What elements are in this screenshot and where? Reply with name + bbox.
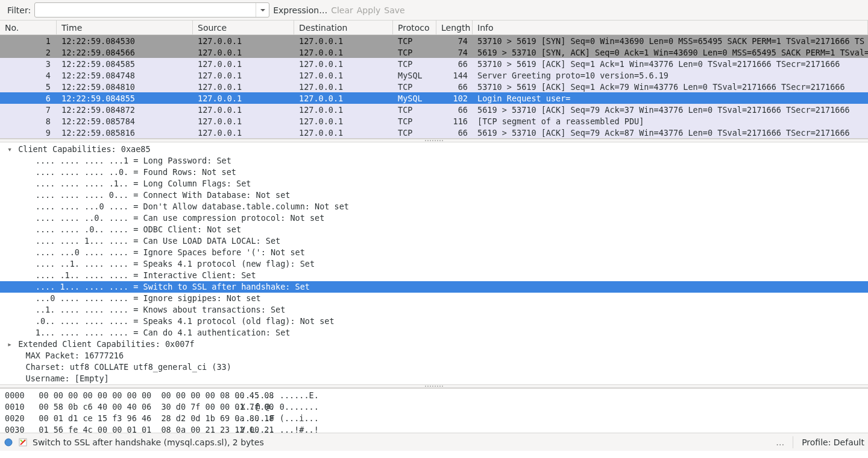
save-button[interactable]: Save	[384, 5, 404, 15]
col-header-destination[interactable]: Destination	[294, 21, 393, 34]
tree-item[interactable]: ▸ Extended Client Capabilities: 0x007f	[6, 339, 868, 350]
tree-item[interactable]: .... 1... .... .... = Switch to SSL afte…	[0, 281, 868, 293]
tree-item[interactable]: Charset: utf8 COLLATE utf8_general_ci (3…	[6, 361, 868, 373]
status-bar: Switch to SSL after handshake (mysql.cap…	[0, 433, 868, 451]
packet-row[interactable]: 712:22:59.084872127.0.0.1127.0.0.1TCP665…	[0, 104, 868, 115]
hex-row[interactable]: 0020 00 01 d1 ce 15 f3 96 46 28 d2 0d 1b…	[5, 413, 863, 424]
tree-item[interactable]: ▾ Client Capabilities: 0xae85	[6, 144, 868, 155]
col-header-info[interactable]: Info	[473, 21, 868, 34]
tree-item[interactable]: .... .... .... 0... = Connect With Datab…	[6, 189, 868, 201]
col-header-protocol[interactable]: Protoco	[393, 21, 436, 34]
tree-item[interactable]: .... .... .... .1.. = Long Column Flags:…	[6, 178, 868, 189]
tree-item[interactable]: Username: [Empty]	[6, 373, 868, 384]
expression-button[interactable]: Expression…	[273, 5, 327, 15]
packet-row[interactable]: 512:22:59.084810127.0.0.1127.0.0.1TCP665…	[0, 81, 868, 92]
packet-row[interactable]: 912:22:59.085816127.0.0.1127.0.0.1TCP665…	[0, 127, 868, 138]
status-profile[interactable]: Profile: Default	[802, 437, 864, 447]
packet-row[interactable]: 612:22:59.084855127.0.0.1127.0.0.1MySQL1…	[0, 92, 868, 104]
packet-list-pane: No. Time Source Destination Protoco Leng…	[0, 21, 868, 139]
tree-item[interactable]: 1... .... .... .... = Can do 4.1 authent…	[6, 327, 868, 339]
packet-row[interactable]: 212:22:59.084566127.0.0.1127.0.0.1TCP745…	[0, 46, 868, 58]
packet-row[interactable]: 112:22:59.084530127.0.0.1127.0.0.1TCP745…	[0, 35, 868, 46]
tree-item[interactable]: .... ..1. .... .... = Speaks 4.1 protoco…	[6, 258, 868, 270]
disclosure-triangle-closed-icon: ▸	[6, 339, 13, 350]
tree-item[interactable]: .... .... .0.. .... = ODBC Client: Not s…	[6, 224, 868, 235]
packet-row[interactable]: 412:22:59.084748127.0.0.1127.0.0.1MySQL1…	[0, 69, 868, 81]
tree-item[interactable]: ...0 .... .... .... = Ignore sigpipes: N…	[6, 293, 868, 304]
col-header-time[interactable]: Time	[57, 21, 193, 34]
status-overflow[interactable]: …	[776, 437, 784, 447]
tree-item[interactable]: .... .1.. .... .... = Interactive Client…	[6, 270, 868, 281]
col-header-no[interactable]: No.	[0, 21, 57, 34]
hex-row[interactable]: 0010 00 58 0b c6 40 00 40 06 30 d0 7f 00…	[5, 401, 863, 413]
capture-indicator-icon	[4, 437, 13, 447]
filter-toolbar: Filter: Expression… Clear Apply Save	[0, 0, 868, 21]
tree-item[interactable]: .... .... .... ...1 = Long Password: Set	[6, 155, 868, 167]
packet-list-header: No. Time Source Destination Protoco Leng…	[0, 21, 868, 35]
packet-details-pane[interactable]: ▾ Client Capabilities: 0xae85 .... .... …	[0, 142, 868, 384]
filter-combo[interactable]	[34, 2, 269, 17]
packet-row[interactable]: 812:22:59.085784127.0.0.1127.0.0.1TCP116…	[0, 115, 868, 127]
hex-row[interactable]: 0000 00 00 00 00 00 00 00 00 00 00 00 00…	[5, 390, 863, 401]
apply-button[interactable]: Apply	[357, 5, 381, 15]
tree-item[interactable]: MAX Packet: 16777216	[6, 350, 868, 361]
tree-item[interactable]: ..1. .... .... .... = Knows about transa…	[6, 304, 868, 316]
filter-label: Filter:	[7, 5, 31, 15]
packet-row[interactable]: 312:22:59.084585127.0.0.1127.0.0.1TCP665…	[0, 58, 868, 69]
filter-input[interactable]	[35, 3, 256, 17]
tree-item[interactable]: .0.. .... .... .... = Speaks 4.1 protoco…	[6, 316, 868, 327]
disclosure-triangle-open-icon: ▾	[6, 144, 13, 155]
packet-bytes-pane[interactable]: 0000 00 00 00 00 00 00 00 00 00 00 00 00…	[0, 388, 868, 433]
filter-dropdown-button[interactable]	[256, 3, 269, 17]
col-header-length[interactable]: Length	[436, 21, 473, 34]
status-separator	[793, 436, 793, 448]
status-field-info: Switch to SSL after handshake (mysql.cap…	[33, 437, 264, 447]
col-header-source[interactable]: Source	[193, 21, 294, 34]
clear-button[interactable]: Clear	[331, 5, 353, 15]
tree-item[interactable]: .... .... 1... .... = Can Use LOAD DATA …	[6, 235, 868, 247]
svg-point-0	[5, 439, 12, 446]
tree-item[interactable]: .... ...0 .... .... = Ignore Spaces befo…	[6, 247, 868, 258]
expert-info-icon[interactable]	[18, 437, 28, 447]
tree-item[interactable]: .... .... ..0. .... = Can use compressio…	[6, 212, 868, 224]
tree-item[interactable]: .... .... ...0 .... = Don't Allow databa…	[6, 201, 868, 212]
tree-item[interactable]: .... .... .... ..0. = Found Rows: Not se…	[6, 167, 868, 178]
hex-row[interactable]: 0030 01 56 fe 4c 00 00 01 01 08 0a 00 21…	[5, 424, 863, 433]
chevron-down-icon	[260, 7, 266, 13]
